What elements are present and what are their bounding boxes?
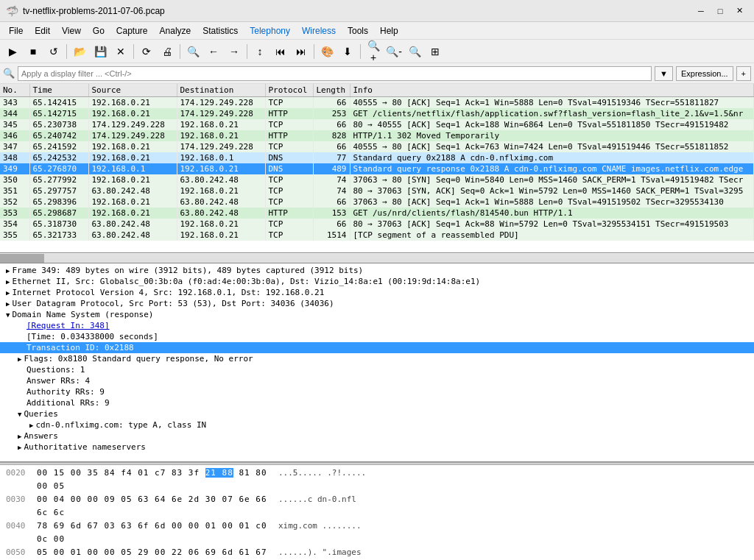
menu-wireless[interactable]: Wireless (296, 24, 342, 38)
toolbar-open[interactable]: 📂 (70, 42, 89, 61)
hex-row[interactable]: 0020 00 15 00 35 84 f4 01 c7 83 3f 21 88… (0, 467, 754, 493)
toolbar-start-capture[interactable]: ▶ (3, 42, 22, 61)
detail-row[interactable]: Questions: 1 (0, 364, 754, 375)
cell-dst: 63.80.242.48 (177, 208, 265, 219)
table-row[interactable]: 343 65.142415 192.168.0.21 174.129.249.2… (0, 97, 754, 109)
cell-info: 37063 → 80 [ACK] Seq=1 Ack=1 Win=5888 Le… (350, 196, 754, 208)
toolbar-find[interactable]: 🔍 (183, 42, 202, 61)
toolbar-go-forward[interactable]: → (225, 42, 244, 61)
detail-row[interactable]: Transaction ID: 0x2188 (0, 342, 754, 353)
menu-file[interactable]: File (3, 24, 29, 38)
title-bar: 🦈 tv-netflix-problems-2011-07-06.pcap ─ … (0, 0, 754, 22)
hscroll-thumb[interactable] (0, 254, 44, 263)
menu-view[interactable]: View (56, 24, 87, 38)
toolbar-save[interactable]: 💾 (91, 42, 110, 61)
cell-src: 174.129.249.228 (88, 119, 177, 130)
close-button[interactable]: ✕ (730, 4, 748, 18)
col-no[interactable]: No. (0, 84, 29, 97)
detail-row[interactable]: ▶Internet Protocol Version 4, Src: 192.1… (0, 287, 754, 298)
table-row[interactable]: 347 65.241592 192.168.0.21 174.129.249.2… (0, 141, 754, 152)
col-proto[interactable]: Protocol (265, 84, 313, 97)
menu-analyze[interactable]: Analyze (154, 24, 197, 38)
table-row[interactable]: 355 65.321733 63.80.242.48 192.168.0.21 … (0, 230, 754, 241)
col-source[interactable]: Source (88, 84, 177, 97)
menu-capture[interactable]: Capture (110, 24, 154, 38)
toolbar-zoom-in[interactable]: 🔍+ (364, 42, 383, 61)
toolbar-restart-capture[interactable]: ↺ (44, 42, 63, 61)
table-row[interactable]: 351 65.297757 63.80.242.48 192.168.0.21 … (0, 185, 754, 196)
toolbar-go-back[interactable]: ← (204, 42, 223, 61)
toolbar-print[interactable]: 🖨 (158, 42, 177, 61)
hex-offset: 0050 (6, 546, 37, 560)
detail-row[interactable]: ▼Domain Name System (response) (0, 309, 754, 320)
detail-row[interactable]: ▶User Datagram Protocol, Src Port: 53 (5… (0, 298, 754, 309)
detail-row[interactable]: Answer RRs: 4 (0, 375, 754, 386)
packet-detail[interactable]: ▶Frame 349: 489 bytes on wire (3912 bits… (0, 263, 754, 462)
cell-src: 174.129.249.228 (88, 130, 177, 141)
toolbar-go-first[interactable]: ⏮ (271, 42, 290, 61)
detail-row[interactable]: Additional RRs: 9 (0, 397, 754, 408)
cell-len: 77 (313, 152, 350, 163)
toolbar-zoom-normal[interactable]: 🔍 (405, 42, 424, 61)
menu-tools[interactable]: Tools (342, 24, 374, 38)
detail-row[interactable]: [Time: 0.034338000 seconds] (0, 331, 754, 342)
toolbar-go-to-packet[interactable]: ↕ (250, 42, 269, 61)
detail-row[interactable]: ▼Queries (0, 408, 754, 419)
menu-statistics[interactable]: Statistics (197, 24, 244, 38)
col-time[interactable]: Time (29, 84, 88, 97)
toolbar-colorize[interactable]: 🎨 (317, 42, 337, 61)
detail-row[interactable]: ▶cdn-0.nflximg.com: type A, class IN (0, 419, 754, 430)
filter-add-button[interactable]: + (736, 66, 751, 81)
col-dest[interactable]: Destination (177, 84, 265, 97)
detail-row[interactable]: ▶Flags: 0x8180 Standard query response, … (0, 353, 754, 364)
hex-row[interactable]: 0050 05 00 01 00 00 05 29 00 22 06 69 6d… (0, 546, 754, 560)
packet-list-hscroll[interactable] (0, 253, 754, 263)
cell-len: 828 (313, 130, 350, 141)
hex-dump[interactable]: 0020 00 15 00 35 84 f4 01 c7 83 3f 21 88… (0, 465, 754, 560)
table-row[interactable]: 344 65.142715 192.168.0.21 174.129.249.2… (0, 108, 754, 119)
table-row[interactable]: 345 65.230738 174.129.249.228 192.168.0.… (0, 119, 754, 130)
col-info[interactable]: Info (350, 84, 754, 97)
cell-src: 192.168.0.1 (88, 163, 177, 174)
toolbar-reload[interactable]: ⟳ (137, 42, 156, 61)
toolbar-stop-capture[interactable]: ■ (24, 42, 43, 61)
menu-edit[interactable]: Edit (29, 24, 56, 38)
cell-src: 63.80.242.48 (88, 185, 177, 196)
toolbar-go-last[interactable]: ⏭ (292, 42, 311, 61)
table-row[interactable]: 352 65.298396 192.168.0.21 63.80.242.48 … (0, 196, 754, 208)
packet-list[interactable]: No. Time Source Destination Protocol Len… (0, 84, 754, 253)
detail-row[interactable]: ▶Frame 349: 489 bytes on wire (3912 bits… (0, 265, 754, 276)
table-row[interactable]: 346 65.240742 174.129.249.228 192.168.0.… (0, 130, 754, 141)
expression-button[interactable]: Expression... (676, 66, 733, 81)
table-row[interactable]: 350 65.277992 192.168.0.21 63.80.242.48 … (0, 174, 754, 185)
hex-ascii: ximg.com ........ (278, 520, 362, 546)
minimize-button[interactable]: ─ (692, 4, 710, 18)
hex-row[interactable]: 0040 78 69 6d 67 03 63 6f 6d 00 00 01 00… (0, 520, 754, 546)
toolbar-resize-columns[interactable]: ⊞ (426, 42, 445, 61)
cell-time: 65.240742 (29, 130, 88, 141)
table-row[interactable]: 354 65.318730 63.80.242.48 192.168.0.21 … (0, 219, 754, 230)
col-len[interactable]: Length (313, 84, 350, 97)
maximize-button[interactable]: □ (711, 4, 729, 18)
cell-dst: 192.168.0.21 (177, 163, 265, 174)
menu-go[interactable]: Go (87, 24, 110, 38)
detail-row[interactable]: ▶Authoritative nameservers (0, 442, 754, 453)
detail-rows-container: ▶Frame 349: 489 bytes on wire (3912 bits… (0, 265, 754, 453)
cell-dst: 192.168.0.21 (177, 130, 265, 141)
detail-row[interactable]: ▶Ethernet II, Src: Globalsc_00:3b:0a (f0… (0, 276, 754, 287)
detail-row[interactable]: ▶Answers (0, 430, 754, 442)
table-row[interactable]: 348 65.242532 192.168.0.21 192.168.0.1 D… (0, 152, 754, 163)
cell-info: 80 → 40555 [ACK] Seq=1 Ack=188 Win=6864 … (350, 119, 754, 130)
toolbar-zoom-out[interactable]: 🔍- (384, 42, 404, 61)
detail-row[interactable]: [Request In: 348] (0, 320, 754, 331)
detail-row[interactable]: Authority RRs: 9 (0, 386, 754, 397)
display-filter-input[interactable] (18, 66, 652, 81)
hex-row[interactable]: 0030 00 04 00 00 09 05 63 64 6e 2d 30 07… (0, 493, 754, 520)
toolbar-autoscroll[interactable]: ⬇ (338, 42, 357, 61)
filter-dropdown-btn[interactable]: ▼ (655, 66, 673, 81)
menu-help[interactable]: Help (374, 24, 404, 38)
table-row[interactable]: 349 65.276870 192.168.0.1 192.168.0.21 D… (0, 163, 754, 174)
menu-telephony[interactable]: Telephony (244, 24, 296, 38)
table-row[interactable]: 353 65.298687 192.168.0.21 63.80.242.48 … (0, 208, 754, 219)
toolbar-close[interactable]: ✕ (111, 42, 130, 61)
